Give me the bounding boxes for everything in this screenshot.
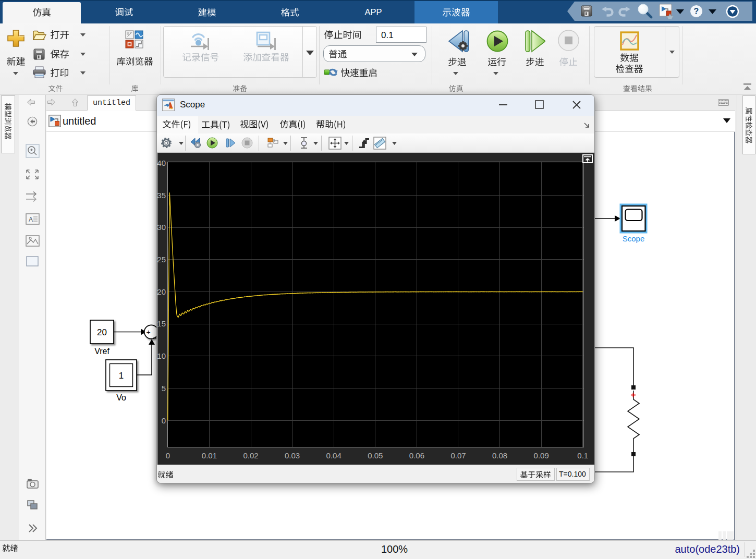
svg-text:0.02: 0.02 — [243, 451, 258, 460]
svg-text:35: 35 — [157, 191, 166, 200]
svg-text:Vref: Vref — [94, 347, 109, 356]
svg-text:A: A — [29, 216, 33, 223]
svg-text:0.08: 0.08 — [492, 451, 507, 460]
svg-text:40: 40 — [157, 159, 166, 167]
svg-text:10: 10 — [157, 351, 166, 360]
svg-text:+: + — [146, 328, 150, 336]
svg-text:Vo: Vo — [116, 393, 126, 402]
svg-text:20: 20 — [97, 327, 107, 337]
svg-text:0.1: 0.1 — [577, 451, 588, 460]
svg-text:Scope: Scope — [623, 234, 645, 243]
svg-text:15: 15 — [157, 319, 166, 328]
svg-text:20: 20 — [157, 287, 166, 296]
svg-text:?: ? — [694, 7, 699, 16]
svg-text:0.07: 0.07 — [450, 451, 466, 460]
svg-text:0: 0 — [166, 451, 170, 460]
svg-text:0.01: 0.01 — [202, 451, 217, 460]
svg-text:5: 5 — [162, 384, 166, 393]
svg-text:0.06: 0.06 — [409, 451, 424, 460]
svg-text:0: 0 — [162, 416, 166, 425]
svg-text:25: 25 — [157, 255, 166, 264]
svg-text:0.05: 0.05 — [368, 451, 383, 460]
svg-text:30: 30 — [157, 223, 166, 232]
svg-text:1: 1 — [119, 371, 124, 381]
svg-text:0.04: 0.04 — [326, 451, 342, 460]
svg-text:0.09: 0.09 — [534, 451, 549, 460]
svg-text:0.03: 0.03 — [285, 451, 300, 460]
